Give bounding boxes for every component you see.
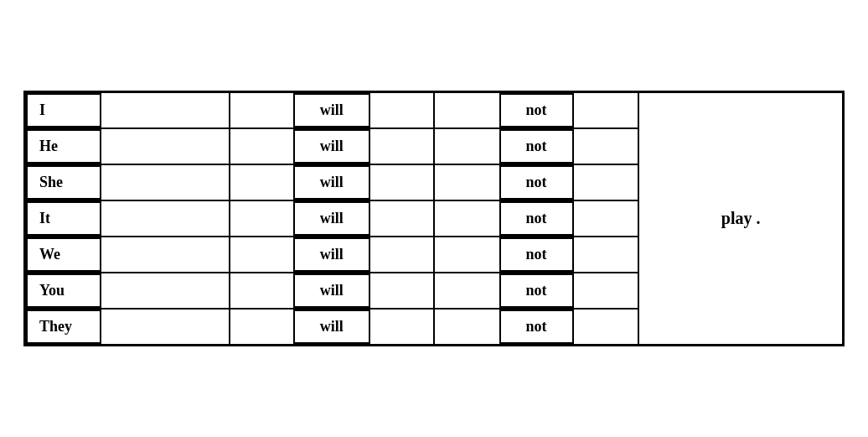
not-label: not bbox=[499, 93, 574, 127]
subject-label: She bbox=[26, 165, 101, 200]
conjugation-table: Iwillnotplay .HewillnotShewillnotItwilln… bbox=[23, 91, 845, 346]
not-cell: not bbox=[434, 200, 638, 237]
subject-label: I bbox=[26, 93, 101, 127]
not-cell: not bbox=[434, 237, 638, 273]
not-label: not bbox=[499, 129, 574, 164]
not-cell: not bbox=[434, 164, 638, 200]
will-cell: will bbox=[230, 164, 434, 200]
will-cell: will bbox=[230, 309, 434, 346]
will-cell: will bbox=[230, 128, 434, 164]
subject-cell: He bbox=[25, 128, 230, 164]
will-label: will bbox=[293, 129, 370, 164]
subject-label: He bbox=[26, 129, 101, 164]
not-label: not bbox=[499, 165, 574, 200]
play-cell: play . bbox=[638, 92, 843, 346]
play-label: play . bbox=[721, 209, 761, 227]
subject-label: They bbox=[26, 310, 101, 344]
subject-cell: They bbox=[25, 309, 230, 346]
not-cell: not bbox=[434, 273, 638, 309]
not-label: not bbox=[499, 310, 574, 344]
will-label: will bbox=[293, 310, 370, 344]
will-cell: will bbox=[230, 237, 434, 273]
not-label: not bbox=[499, 201, 574, 236]
subject-cell: You bbox=[25, 273, 230, 309]
subject-cell: I bbox=[25, 92, 230, 129]
will-label: will bbox=[293, 273, 370, 308]
not-label: not bbox=[499, 273, 574, 308]
will-cell: will bbox=[230, 200, 434, 237]
not-cell: not bbox=[434, 309, 638, 346]
will-cell: will bbox=[230, 273, 434, 309]
will-label: will bbox=[293, 165, 370, 200]
will-cell: will bbox=[230, 92, 434, 129]
subject-label: It bbox=[26, 201, 101, 236]
will-label: will bbox=[293, 237, 370, 272]
subject-cell: We bbox=[25, 237, 230, 273]
will-label: will bbox=[293, 93, 370, 127]
subject-label: We bbox=[26, 237, 101, 272]
not-cell: not bbox=[434, 92, 638, 129]
subject-label: You bbox=[26, 273, 101, 308]
not-cell: not bbox=[434, 128, 638, 164]
subject-cell: She bbox=[25, 164, 230, 200]
subject-cell: It bbox=[25, 200, 230, 237]
will-label: will bbox=[293, 201, 370, 236]
not-label: not bbox=[499, 237, 574, 272]
